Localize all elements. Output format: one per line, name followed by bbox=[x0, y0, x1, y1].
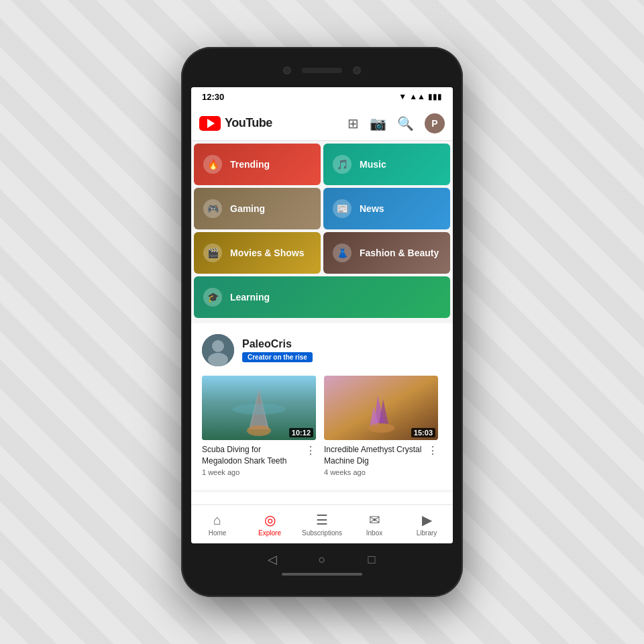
svg-point-1 bbox=[212, 340, 224, 352]
movies-label: Movies & Shows bbox=[230, 248, 304, 258]
library-label: Library bbox=[417, 529, 437, 537]
play-triangle bbox=[207, 119, 215, 128]
news-label: News bbox=[360, 203, 384, 214]
category-grid: 🔥 Trending 🎵 Music 🎮 Gaming 📰 News 🎬 bbox=[191, 141, 453, 321]
gaming-icon: 🎮 bbox=[203, 199, 222, 218]
phone-top bbox=[181, 47, 463, 87]
home-button[interactable]: ○ bbox=[314, 551, 330, 568]
music-icon: 🎵 bbox=[333, 155, 352, 174]
video-menu-1[interactable]: ⋮ bbox=[305, 444, 316, 476]
video-meta-1: 1 week ago bbox=[202, 468, 300, 476]
home-icon: ⌂ bbox=[213, 513, 221, 528]
back-button[interactable]: ◁ bbox=[264, 551, 280, 568]
nav-library[interactable]: ▶ Library bbox=[400, 508, 453, 541]
phone: 12:30 ▼ ▲▲ ▮▮▮ YouTube ⊞ 📷 🔍 P bbox=[181, 47, 463, 597]
svg-point-2 bbox=[208, 353, 228, 366]
subscriptions-icon: ☰ bbox=[316, 512, 328, 528]
speaker bbox=[302, 68, 342, 73]
video-info-2: Incredible Amethyst Crystal Machine Dig … bbox=[324, 440, 438, 476]
status-icons: ▼ ▲▲ ▮▮▮ bbox=[398, 92, 442, 101]
trending-section: Trending videos bbox=[191, 492, 453, 504]
category-news[interactable]: 📰 News bbox=[323, 188, 450, 229]
video-thumb-1: 10:12 bbox=[202, 376, 316, 440]
video-duration-1: 10:12 bbox=[289, 428, 313, 437]
category-movies[interactable]: 🎬 Movies & Shows bbox=[194, 232, 321, 274]
status-bar: 12:30 ▼ ▲▲ ▮▮▮ bbox=[191, 87, 453, 106]
inbox-label: Inbox bbox=[366, 529, 382, 537]
music-label: Music bbox=[360, 159, 386, 170]
front-camera-2 bbox=[353, 66, 361, 74]
app-header: YouTube ⊞ 📷 🔍 P bbox=[191, 106, 453, 141]
video-title-2: Incredible Amethyst Crystal Machine Dig bbox=[324, 444, 422, 467]
bottom-nav: ⌂ Home ◎ Explore ☰ Subscriptions ✉ Inbox… bbox=[191, 504, 453, 543]
svg-point-7 bbox=[247, 425, 271, 436]
nav-subscriptions[interactable]: ☰ Subscriptions bbox=[296, 508, 348, 541]
video-duration-2: 15:03 bbox=[411, 428, 435, 437]
video-meta-2: 4 weeks ago bbox=[324, 468, 422, 476]
svg-point-6 bbox=[232, 404, 286, 415]
youtube-logo: YouTube bbox=[199, 116, 272, 131]
creator-info: PaleoCris Creator on the rise bbox=[242, 338, 313, 362]
phone-bottom: ◁ ○ □ bbox=[181, 543, 463, 584]
video-card-1[interactable]: 10:12 Scuba Diving for Megalodon Shark T… bbox=[202, 376, 316, 476]
video-thumb-2: 15:03 bbox=[324, 376, 438, 440]
trending-label: Trending bbox=[230, 159, 270, 170]
creator-badge: Creator on the rise bbox=[242, 352, 313, 362]
fashion-icon: 👗 bbox=[333, 244, 352, 262]
user-avatar[interactable]: P bbox=[425, 113, 445, 133]
nav-home[interactable]: ⌂ Home bbox=[191, 508, 244, 541]
android-nav: ◁ ○ □ bbox=[181, 551, 463, 568]
subscriptions-label: Subscriptions bbox=[302, 529, 342, 537]
category-gaming[interactable]: 🎮 Gaming bbox=[194, 188, 321, 229]
fashion-label: Fashion & Beauty bbox=[360, 248, 439, 258]
category-learning[interactable]: 🎓 Learning bbox=[194, 276, 450, 318]
inbox-icon: ✉ bbox=[369, 512, 380, 528]
creator-name: PaleoCris bbox=[242, 338, 313, 350]
screen: 12:30 ▼ ▲▲ ▮▮▮ YouTube ⊞ 📷 🔍 P bbox=[191, 87, 453, 543]
video-title-1: Scuba Diving for Megalodon Shark Teeth bbox=[202, 444, 300, 467]
video-card-2[interactable]: 15:03 Incredible Amethyst Crystal Machin… bbox=[324, 376, 438, 476]
news-icon: 📰 bbox=[333, 199, 352, 218]
movies-icon: 🎬 bbox=[203, 244, 222, 262]
svg-point-12 bbox=[368, 423, 394, 433]
learning-icon: 🎓 bbox=[203, 288, 222, 307]
battery-icon: ▮▮▮ bbox=[428, 92, 442, 101]
signal-icon: ▲▲ bbox=[409, 92, 425, 101]
category-music[interactable]: 🎵 Music bbox=[323, 144, 450, 185]
youtube-wordmark: YouTube bbox=[225, 116, 272, 130]
creator-avatar[interactable] bbox=[202, 334, 234, 366]
creator-section: PaleoCris Creator on the rise bbox=[191, 323, 453, 490]
trending-icon: 🔥 bbox=[203, 155, 222, 174]
video-list[interactable]: 10:12 Scuba Diving for Megalodon Shark T… bbox=[202, 376, 442, 479]
explore-icon: ◎ bbox=[264, 512, 276, 528]
screen-content[interactable]: 🔥 Trending 🎵 Music 🎮 Gaming 📰 News 🎬 bbox=[191, 141, 453, 504]
video-menu-2[interactable]: ⋮ bbox=[427, 444, 438, 476]
gaming-label: Gaming bbox=[230, 203, 265, 214]
camera-icon[interactable]: 📷 bbox=[370, 115, 386, 131]
home-indicator bbox=[282, 573, 362, 576]
learning-label: Learning bbox=[230, 292, 270, 303]
search-icon[interactable]: 🔍 bbox=[397, 115, 414, 131]
cast-icon[interactable]: ⊞ bbox=[347, 115, 359, 131]
category-fashion[interactable]: 👗 Fashion & Beauty bbox=[323, 232, 450, 274]
category-trending[interactable]: 🔥 Trending bbox=[194, 144, 321, 185]
nav-explore[interactable]: ◎ Explore bbox=[244, 508, 296, 541]
library-icon: ▶ bbox=[422, 512, 432, 528]
youtube-icon bbox=[199, 116, 221, 131]
home-label: Home bbox=[209, 529, 227, 537]
explore-label: Explore bbox=[258, 529, 281, 537]
front-camera bbox=[283, 66, 291, 74]
video-info-1: Scuba Diving for Megalodon Shark Teeth 1… bbox=[202, 440, 316, 476]
header-actions: ⊞ 📷 🔍 P bbox=[347, 113, 445, 133]
status-time: 12:30 bbox=[202, 92, 224, 102]
wifi-icon: ▼ bbox=[398, 92, 407, 101]
nav-inbox[interactable]: ✉ Inbox bbox=[348, 508, 400, 541]
creator-header: PaleoCris Creator on the rise bbox=[202, 334, 442, 366]
recents-button[interactable]: □ bbox=[364, 551, 380, 568]
